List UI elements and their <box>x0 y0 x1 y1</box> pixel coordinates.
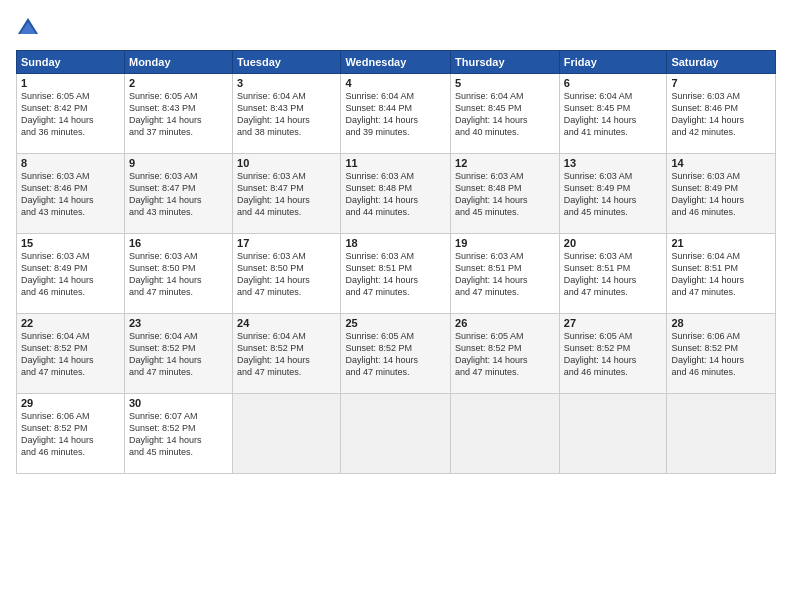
calendar-cell: 13Sunrise: 6:03 AM Sunset: 8:49 PM Dayli… <box>559 154 667 234</box>
calendar-cell: 15Sunrise: 6:03 AM Sunset: 8:49 PM Dayli… <box>17 234 125 314</box>
calendar-cell: 29Sunrise: 6:06 AM Sunset: 8:52 PM Dayli… <box>17 394 125 474</box>
calendar-cell: 26Sunrise: 6:05 AM Sunset: 8:52 PM Dayli… <box>451 314 560 394</box>
day-info: Sunrise: 6:05 AM Sunset: 8:52 PM Dayligh… <box>345 330 446 379</box>
day-info: Sunrise: 6:05 AM Sunset: 8:52 PM Dayligh… <box>564 330 663 379</box>
calendar-cell: 2Sunrise: 6:05 AM Sunset: 8:43 PM Daylig… <box>124 74 232 154</box>
calendar-cell: 4Sunrise: 6:04 AM Sunset: 8:44 PM Daylig… <box>341 74 451 154</box>
day-info: Sunrise: 6:03 AM Sunset: 8:48 PM Dayligh… <box>455 170 555 219</box>
day-info: Sunrise: 6:04 AM Sunset: 8:52 PM Dayligh… <box>237 330 336 379</box>
day-number: 1 <box>21 77 120 89</box>
calendar-cell: 18Sunrise: 6:03 AM Sunset: 8:51 PM Dayli… <box>341 234 451 314</box>
day-number: 16 <box>129 237 228 249</box>
calendar-cell: 11Sunrise: 6:03 AM Sunset: 8:48 PM Dayli… <box>341 154 451 234</box>
day-info: Sunrise: 6:03 AM Sunset: 8:47 PM Dayligh… <box>237 170 336 219</box>
calendar-cell: 19Sunrise: 6:03 AM Sunset: 8:51 PM Dayli… <box>451 234 560 314</box>
day-header-friday: Friday <box>559 51 667 74</box>
day-info: Sunrise: 6:03 AM Sunset: 8:46 PM Dayligh… <box>21 170 120 219</box>
day-number: 28 <box>671 317 771 329</box>
day-info: Sunrise: 6:03 AM Sunset: 8:51 PM Dayligh… <box>564 250 663 299</box>
day-number: 22 <box>21 317 120 329</box>
day-number: 18 <box>345 237 446 249</box>
day-number: 7 <box>671 77 771 89</box>
day-info: Sunrise: 6:06 AM Sunset: 8:52 PM Dayligh… <box>671 330 771 379</box>
day-number: 23 <box>129 317 228 329</box>
day-header-saturday: Saturday <box>667 51 776 74</box>
calendar-cell: 25Sunrise: 6:05 AM Sunset: 8:52 PM Dayli… <box>341 314 451 394</box>
calendar-cell: 21Sunrise: 6:04 AM Sunset: 8:51 PM Dayli… <box>667 234 776 314</box>
calendar-cell: 23Sunrise: 6:04 AM Sunset: 8:52 PM Dayli… <box>124 314 232 394</box>
day-number: 20 <box>564 237 663 249</box>
day-number: 30 <box>129 397 228 409</box>
day-number: 21 <box>671 237 771 249</box>
day-number: 14 <box>671 157 771 169</box>
day-info: Sunrise: 6:03 AM Sunset: 8:47 PM Dayligh… <box>129 170 228 219</box>
day-info: Sunrise: 6:03 AM Sunset: 8:51 PM Dayligh… <box>345 250 446 299</box>
day-number: 3 <box>237 77 336 89</box>
calendar-cell: 17Sunrise: 6:03 AM Sunset: 8:50 PM Dayli… <box>233 234 341 314</box>
day-info: Sunrise: 6:07 AM Sunset: 8:52 PM Dayligh… <box>129 410 228 459</box>
day-number: 24 <box>237 317 336 329</box>
day-info: Sunrise: 6:05 AM Sunset: 8:42 PM Dayligh… <box>21 90 120 139</box>
calendar-cell: 27Sunrise: 6:05 AM Sunset: 8:52 PM Dayli… <box>559 314 667 394</box>
day-number: 5 <box>455 77 555 89</box>
day-info: Sunrise: 6:04 AM Sunset: 8:45 PM Dayligh… <box>564 90 663 139</box>
day-info: Sunrise: 6:06 AM Sunset: 8:52 PM Dayligh… <box>21 410 120 459</box>
day-number: 6 <box>564 77 663 89</box>
day-info: Sunrise: 6:04 AM Sunset: 8:43 PM Dayligh… <box>237 90 336 139</box>
calendar-cell: 16Sunrise: 6:03 AM Sunset: 8:50 PM Dayli… <box>124 234 232 314</box>
day-number: 4 <box>345 77 446 89</box>
day-header-monday: Monday <box>124 51 232 74</box>
calendar-cell: 6Sunrise: 6:04 AM Sunset: 8:45 PM Daylig… <box>559 74 667 154</box>
day-info: Sunrise: 6:04 AM Sunset: 8:51 PM Dayligh… <box>671 250 771 299</box>
day-info: Sunrise: 6:05 AM Sunset: 8:43 PM Dayligh… <box>129 90 228 139</box>
calendar-cell: 9Sunrise: 6:03 AM Sunset: 8:47 PM Daylig… <box>124 154 232 234</box>
day-header-wednesday: Wednesday <box>341 51 451 74</box>
day-info: Sunrise: 6:03 AM Sunset: 8:51 PM Dayligh… <box>455 250 555 299</box>
day-info: Sunrise: 6:03 AM Sunset: 8:48 PM Dayligh… <box>345 170 446 219</box>
calendar-cell <box>667 394 776 474</box>
calendar-cell <box>233 394 341 474</box>
day-info: Sunrise: 6:03 AM Sunset: 8:46 PM Dayligh… <box>671 90 771 139</box>
day-number: 11 <box>345 157 446 169</box>
calendar-cell: 22Sunrise: 6:04 AM Sunset: 8:52 PM Dayli… <box>17 314 125 394</box>
day-number: 13 <box>564 157 663 169</box>
day-info: Sunrise: 6:04 AM Sunset: 8:52 PM Dayligh… <box>21 330 120 379</box>
day-info: Sunrise: 6:03 AM Sunset: 8:50 PM Dayligh… <box>129 250 228 299</box>
day-number: 10 <box>237 157 336 169</box>
day-info: Sunrise: 6:03 AM Sunset: 8:49 PM Dayligh… <box>21 250 120 299</box>
day-info: Sunrise: 6:04 AM Sunset: 8:52 PM Dayligh… <box>129 330 228 379</box>
day-number: 17 <box>237 237 336 249</box>
day-number: 25 <box>345 317 446 329</box>
day-number: 26 <box>455 317 555 329</box>
calendar-cell: 12Sunrise: 6:03 AM Sunset: 8:48 PM Dayli… <box>451 154 560 234</box>
logo <box>16 16 42 40</box>
calendar-cell: 10Sunrise: 6:03 AM Sunset: 8:47 PM Dayli… <box>233 154 341 234</box>
day-header-thursday: Thursday <box>451 51 560 74</box>
day-number: 12 <box>455 157 555 169</box>
day-info: Sunrise: 6:03 AM Sunset: 8:50 PM Dayligh… <box>237 250 336 299</box>
day-number: 9 <box>129 157 228 169</box>
day-number: 8 <box>21 157 120 169</box>
day-number: 29 <box>21 397 120 409</box>
day-header-sunday: Sunday <box>17 51 125 74</box>
calendar-cell: 30Sunrise: 6:07 AM Sunset: 8:52 PM Dayli… <box>124 394 232 474</box>
calendar-cell: 7Sunrise: 6:03 AM Sunset: 8:46 PM Daylig… <box>667 74 776 154</box>
calendar-cell: 14Sunrise: 6:03 AM Sunset: 8:49 PM Dayli… <box>667 154 776 234</box>
calendar-cell: 8Sunrise: 6:03 AM Sunset: 8:46 PM Daylig… <box>17 154 125 234</box>
calendar-cell <box>559 394 667 474</box>
calendar-cell: 20Sunrise: 6:03 AM Sunset: 8:51 PM Dayli… <box>559 234 667 314</box>
calendar-cell <box>341 394 451 474</box>
day-number: 2 <box>129 77 228 89</box>
day-info: Sunrise: 6:03 AM Sunset: 8:49 PM Dayligh… <box>564 170 663 219</box>
day-info: Sunrise: 6:04 AM Sunset: 8:44 PM Dayligh… <box>345 90 446 139</box>
calendar: SundayMondayTuesdayWednesdayThursdayFrid… <box>16 50 776 474</box>
calendar-cell: 24Sunrise: 6:04 AM Sunset: 8:52 PM Dayli… <box>233 314 341 394</box>
day-number: 15 <box>21 237 120 249</box>
calendar-cell: 3Sunrise: 6:04 AM Sunset: 8:43 PM Daylig… <box>233 74 341 154</box>
day-info: Sunrise: 6:05 AM Sunset: 8:52 PM Dayligh… <box>455 330 555 379</box>
calendar-cell: 5Sunrise: 6:04 AM Sunset: 8:45 PM Daylig… <box>451 74 560 154</box>
calendar-cell: 28Sunrise: 6:06 AM Sunset: 8:52 PM Dayli… <box>667 314 776 394</box>
day-header-tuesday: Tuesday <box>233 51 341 74</box>
day-number: 27 <box>564 317 663 329</box>
day-number: 19 <box>455 237 555 249</box>
